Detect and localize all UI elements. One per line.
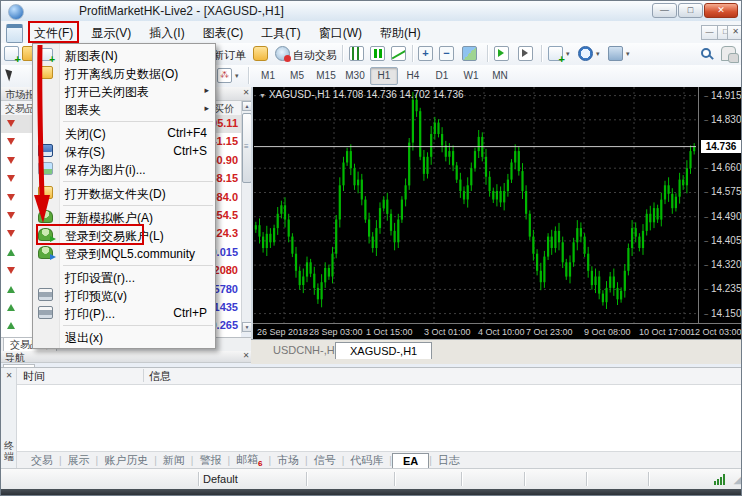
file-menu-item[interactable]: 打印(P)...Ctrl+P <box>33 304 215 322</box>
line-chart-icon[interactable] <box>391 46 406 61</box>
file-menu-item[interactable]: 打开离线历史数据(O) <box>33 64 215 82</box>
save-picture-icon <box>38 162 53 175</box>
resize-grip[interactable]: ◢ <box>734 473 742 486</box>
templates-dropdown-arrow[interactable]: ▾ <box>626 50 630 58</box>
chart-shift-icon[interactable] <box>518 46 533 61</box>
menubar-item-3[interactable]: 插入(I) <box>140 21 193 43</box>
price-chart[interactable] <box>254 87 696 323</box>
candlestick-icon[interactable] <box>370 46 385 61</box>
down-arrow-icon <box>7 212 15 219</box>
chart-tab-1[interactable]: USDCNH-,H1 <box>273 344 341 356</box>
close-button[interactable]: ✕ <box>704 3 738 18</box>
templates-icon[interactable] <box>608 46 623 61</box>
navigator-title: 导航 <box>5 352 25 363</box>
window-bottom-frame <box>1 489 742 496</box>
timeframe-D1[interactable]: D1 <box>428 67 456 85</box>
terminal-tab-4[interactable]: 新闻 <box>157 453 191 468</box>
timeframe-M15[interactable]: M15 <box>312 67 340 85</box>
auto-trading-icon[interactable] <box>275 46 290 61</box>
terminal-tab-3[interactable]: 账户历史 <box>98 453 154 468</box>
tile-windows-icon[interactable] <box>462 46 477 61</box>
terminal-tab-10[interactable]: EA <box>392 453 429 469</box>
child-minimize-button[interactable]: — <box>701 25 718 40</box>
time-axis-label: 28 Sep 03:00 <box>309 327 363 337</box>
file-menu-item[interactable]: 打开数据文件夹(D) <box>33 184 215 202</box>
menubar-item-6[interactable]: 窗口(W) <box>310 21 371 43</box>
menubar-item-1[interactable]: 文件(F) <box>25 21 82 43</box>
file-menu-item[interactable]: 保存(S)Ctrl+S <box>33 142 215 160</box>
file-menu-item[interactable]: 打开已关闭图表▸ <box>33 82 215 100</box>
timeframe-M5[interactable]: M5 <box>283 67 311 85</box>
file-menu-item[interactable]: 新图表(N) <box>33 46 215 64</box>
menubar-item-5[interactable]: 工具(T) <box>252 21 309 43</box>
timeframe-M30[interactable]: M30 <box>341 67 369 85</box>
timeframe-H4[interactable]: H4 <box>399 67 427 85</box>
status-profile[interactable]: Default <box>203 473 238 485</box>
terminal-tab-11[interactable]: 日志 <box>432 453 466 468</box>
terminal-column-header: 时间 信息 <box>17 368 742 385</box>
terminal-tab-5[interactable]: 警报 <box>193 453 227 468</box>
navigator-close-icon[interactable]: ✕ <box>241 351 251 361</box>
terminal-tab-2[interactable]: 展示 <box>62 453 96 468</box>
menubar-item-4[interactable]: 图表(C) <box>194 21 253 43</box>
time-axis-label: 12 Oct 03:00 <box>690 327 742 337</box>
chart-window[interactable]: ▼XAGUSD-,H1 14.708 14.736 14.702 14.736 … <box>251 87 742 339</box>
minimize-button[interactable]: — <box>652 3 677 18</box>
market-watch-close-icon[interactable]: ✕ <box>241 88 251 98</box>
search-icon[interactable] <box>701 48 711 58</box>
auto-trading-label[interactable]: 自动交易 <box>293 48 337 63</box>
periods-icon[interactable] <box>578 46 593 61</box>
zoom-in-icon[interactable]: + <box>418 46 433 61</box>
terminal-close-icon[interactable]: ✕ <box>4 371 14 381</box>
terminal-tab-6[interactable]: 邮箱6 <box>230 452 268 468</box>
chart-tab-2[interactable]: XAGUSD-,H1 <box>335 342 432 359</box>
message-column-label[interactable]: 信息 <box>149 369 171 384</box>
file-menu-item[interactable]: 保存为图片(i)... <box>33 160 215 178</box>
timeframe-MN[interactable]: MN <box>486 67 514 85</box>
auto-scroll-icon[interactable] <box>494 46 509 61</box>
price-axis: 14.91514.83014.66014.57514.49014.40514.3… <box>698 87 742 323</box>
terminal-tab-1[interactable]: 交易 <box>25 453 59 468</box>
terminal-tab-8[interactable]: 信号 <box>308 453 342 468</box>
chart-window-icon[interactable] <box>6 24 23 43</box>
time-axis-label: 10 Oct 17:00 <box>639 327 691 337</box>
file-menu-item[interactable]: 打印设置(r)... <box>33 268 215 286</box>
file-menu-item[interactable]: 图表夹▸ <box>33 100 215 118</box>
timeframe-M1[interactable]: M1 <box>254 67 282 85</box>
indicators-dropdown-arrow[interactable]: ▾ <box>566 50 570 58</box>
cursor-icon[interactable] <box>5 67 15 81</box>
chat-icon[interactable] <box>721 46 736 61</box>
symbols-dropdown-arrow[interactable]: ▾ <box>235 72 239 80</box>
symbols-tool-icon[interactable]: ⁂ <box>217 68 232 83</box>
timeframe-W1[interactable]: W1 <box>457 67 485 85</box>
menubar-item-2[interactable]: 显示(V) <box>82 21 140 43</box>
file-menu-item[interactable]: 登录到交易账户(L) <box>33 226 215 244</box>
restore-button[interactable]: □ <box>678 3 703 18</box>
file-menu-item[interactable]: 打印预览(v) <box>33 286 215 304</box>
save-icon <box>38 144 53 157</box>
timeframe-H1[interactable]: H1 <box>370 67 398 85</box>
zoom-out-icon[interactable]: − <box>439 46 454 61</box>
bar-chart-icon[interactable] <box>349 46 364 61</box>
child-close-button[interactable]: ✕ <box>727 25 742 40</box>
chart-symbol-dropdown-icon[interactable]: ▼ <box>259 92 266 99</box>
time-axis: 26 Sep 201828 Sep 03:001 Oct 15:003 Oct … <box>253 323 742 340</box>
terminal-tab-9[interactable]: 代码库 <box>344 453 389 468</box>
menu-item-label: 关闭(C) <box>65 126 106 143</box>
periods-dropdown-arrow[interactable]: ▾ <box>596 50 600 58</box>
time-column-label[interactable]: 时间 <box>23 369 45 384</box>
terminal-tab-7[interactable]: 市场 <box>271 453 305 468</box>
bid-column-label[interactable]: 买价 <box>214 102 234 116</box>
file-menu-item[interactable]: 退出(x) <box>33 328 215 346</box>
envelope-icon[interactable] <box>253 46 268 61</box>
new-order-label[interactable]: 新订单 <box>213 48 246 63</box>
menubar-item-7[interactable]: 帮助(H) <box>371 21 430 43</box>
file-menu-item[interactable]: 关闭(C)Ctrl+F4 <box>33 124 215 142</box>
column-divider[interactable] <box>143 369 144 382</box>
status-divider <box>394 472 396 486</box>
indicators-icon[interactable] <box>548 46 563 61</box>
file-menu-item[interactable]: 登录到MQL5.community <box>33 244 215 262</box>
menu-item-label: 打印预览(v) <box>65 288 127 305</box>
file-menu-item[interactable]: 开新模拟帐户(A) <box>33 208 215 226</box>
new-chart-icon[interactable] <box>4 46 19 61</box>
